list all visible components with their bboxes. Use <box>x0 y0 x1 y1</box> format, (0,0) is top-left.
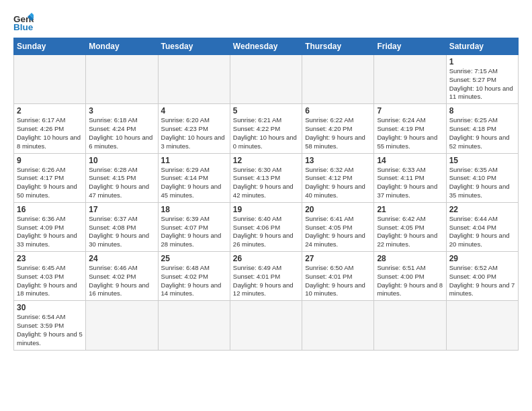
calendar-cell: 14Sunrise: 6:33 AM Sunset: 4:11 PM Dayli… <box>374 153 446 202</box>
day-info: Sunrise: 6:44 AM Sunset: 4:04 PM Dayligh… <box>449 215 515 249</box>
calendar-cell: 23Sunrise: 6:45 AM Sunset: 4:03 PM Dayli… <box>14 252 86 301</box>
day-number: 11 <box>161 156 227 165</box>
calendar-week-row: 9Sunrise: 6:26 AM Sunset: 4:17 PM Daylig… <box>14 153 519 202</box>
day-info: Sunrise: 6:20 AM Sunset: 4:23 PM Dayligh… <box>161 116 227 150</box>
calendar-week-row: 30Sunrise: 6:54 AM Sunset: 3:59 PM Dayli… <box>14 301 519 350</box>
calendar-cell: 20Sunrise: 6:41 AM Sunset: 4:05 PM Dayli… <box>302 202 374 251</box>
calendar-header-row: SundayMondayTuesdayWednesdayThursdayFrid… <box>14 38 519 55</box>
day-number: 15 <box>449 156 515 165</box>
day-info: Sunrise: 6:35 AM Sunset: 4:10 PM Dayligh… <box>449 166 515 200</box>
col-header-thursday: Thursday <box>302 38 374 55</box>
calendar-cell: 30Sunrise: 6:54 AM Sunset: 3:59 PM Dayli… <box>14 301 86 350</box>
day-info: Sunrise: 6:30 AM Sunset: 4:13 PM Dayligh… <box>233 166 299 200</box>
day-info: Sunrise: 6:37 AM Sunset: 4:08 PM Dayligh… <box>89 215 154 249</box>
day-info: Sunrise: 6:29 AM Sunset: 4:14 PM Dayligh… <box>161 166 227 200</box>
calendar-week-row: 2Sunrise: 6:17 AM Sunset: 4:26 PM Daylig… <box>14 104 519 153</box>
calendar-cell <box>446 301 518 350</box>
day-number: 26 <box>233 254 299 263</box>
calendar-cell: 5Sunrise: 6:21 AM Sunset: 4:22 PM Daylig… <box>230 104 302 153</box>
day-number: 24 <box>89 254 154 263</box>
day-number: 23 <box>17 254 83 263</box>
calendar-cell <box>86 55 158 104</box>
day-info: Sunrise: 6:33 AM Sunset: 4:11 PM Dayligh… <box>377 166 443 200</box>
day-number: 7 <box>377 106 443 116</box>
day-info: Sunrise: 6:28 AM Sunset: 4:15 PM Dayligh… <box>89 166 154 200</box>
calendar-cell: 15Sunrise: 6:35 AM Sunset: 4:10 PM Dayli… <box>446 153 518 202</box>
calendar-cell: 21Sunrise: 6:42 AM Sunset: 4:05 PM Dayli… <box>374 202 446 251</box>
calendar-cell: 29Sunrise: 6:52 AM Sunset: 4:00 PM Dayli… <box>446 252 518 301</box>
col-header-sunday: Sunday <box>14 38 86 55</box>
day-number: 4 <box>161 106 227 116</box>
day-number: 25 <box>161 254 227 263</box>
day-number: 5 <box>233 106 299 116</box>
calendar-cell <box>374 301 446 350</box>
day-info: Sunrise: 6:36 AM Sunset: 4:09 PM Dayligh… <box>17 215 83 249</box>
calendar-cell: 9Sunrise: 6:26 AM Sunset: 4:17 PM Daylig… <box>14 153 86 202</box>
calendar-cell: 24Sunrise: 6:46 AM Sunset: 4:02 PM Dayli… <box>86 252 158 301</box>
calendar-cell <box>86 301 158 350</box>
day-info: Sunrise: 6:22 AM Sunset: 4:20 PM Dayligh… <box>305 116 371 150</box>
day-number: 17 <box>89 205 154 214</box>
calendar-cell <box>302 301 374 350</box>
day-info: Sunrise: 6:52 AM Sunset: 4:00 PM Dayligh… <box>449 264 515 298</box>
calendar-cell <box>374 55 446 104</box>
calendar-cell: 2Sunrise: 6:17 AM Sunset: 4:26 PM Daylig… <box>14 104 86 153</box>
col-header-wednesday: Wednesday <box>230 38 302 55</box>
calendar-cell: 12Sunrise: 6:30 AM Sunset: 4:13 PM Dayli… <box>230 153 302 202</box>
calendar-cell: 18Sunrise: 6:39 AM Sunset: 4:07 PM Dayli… <box>158 202 230 251</box>
day-info: Sunrise: 6:50 AM Sunset: 4:01 PM Dayligh… <box>305 264 371 298</box>
calendar-cell: 4Sunrise: 6:20 AM Sunset: 4:23 PM Daylig… <box>158 104 230 153</box>
day-number: 12 <box>233 156 299 165</box>
calendar-cell: 3Sunrise: 6:18 AM Sunset: 4:24 PM Daylig… <box>86 104 158 153</box>
calendar-cell: 27Sunrise: 6:50 AM Sunset: 4:01 PM Dayli… <box>302 252 374 301</box>
col-header-friday: Friday <box>374 38 446 55</box>
logo: General Blue <box>13 11 36 31</box>
day-number: 29 <box>449 254 515 263</box>
calendar-cell: 25Sunrise: 6:48 AM Sunset: 4:02 PM Dayli… <box>158 252 230 301</box>
day-info: Sunrise: 6:46 AM Sunset: 4:02 PM Dayligh… <box>89 264 154 298</box>
day-number: 18 <box>161 205 227 214</box>
calendar-week-row: 1Sunrise: 7:15 AM Sunset: 5:27 PM Daylig… <box>14 55 519 104</box>
calendar-cell: 17Sunrise: 6:37 AM Sunset: 4:08 PM Dayli… <box>86 202 158 251</box>
day-number: 30 <box>17 303 83 312</box>
day-number: 14 <box>377 156 443 165</box>
day-number: 10 <box>89 156 154 165</box>
day-number: 2 <box>17 106 83 116</box>
day-number: 21 <box>377 205 443 214</box>
calendar-cell: 19Sunrise: 6:40 AM Sunset: 4:06 PM Dayli… <box>230 202 302 251</box>
day-info: Sunrise: 6:54 AM Sunset: 3:59 PM Dayligh… <box>17 313 83 347</box>
calendar-cell: 10Sunrise: 6:28 AM Sunset: 4:15 PM Dayli… <box>86 153 158 202</box>
day-number: 27 <box>305 254 371 263</box>
calendar-cell <box>230 55 302 104</box>
day-info: Sunrise: 6:48 AM Sunset: 4:02 PM Dayligh… <box>161 264 227 298</box>
calendar-cell <box>14 55 86 104</box>
calendar-cell: 11Sunrise: 6:29 AM Sunset: 4:14 PM Dayli… <box>158 153 230 202</box>
day-info: Sunrise: 6:49 AM Sunset: 4:01 PM Dayligh… <box>233 264 299 298</box>
calendar-cell: 1Sunrise: 7:15 AM Sunset: 5:27 PM Daylig… <box>446 55 518 104</box>
calendar-cell: 26Sunrise: 6:49 AM Sunset: 4:01 PM Dayli… <box>230 252 302 301</box>
calendar-cell: 16Sunrise: 6:36 AM Sunset: 4:09 PM Dayli… <box>14 202 86 251</box>
day-info: Sunrise: 6:39 AM Sunset: 4:07 PM Dayligh… <box>161 215 227 249</box>
calendar-week-row: 23Sunrise: 6:45 AM Sunset: 4:03 PM Dayli… <box>14 252 519 301</box>
calendar-cell <box>302 55 374 104</box>
col-header-tuesday: Tuesday <box>158 38 230 55</box>
day-number: 8 <box>449 106 515 116</box>
day-info: Sunrise: 6:40 AM Sunset: 4:06 PM Dayligh… <box>233 215 299 249</box>
calendar-cell <box>158 55 230 104</box>
day-info: Sunrise: 6:42 AM Sunset: 4:05 PM Dayligh… <box>377 215 443 249</box>
day-number: 16 <box>17 205 83 214</box>
day-number: 1 <box>449 57 515 66</box>
calendar: SundayMondayTuesdayWednesdayThursdayFrid… <box>13 38 519 351</box>
day-number: 6 <box>305 106 371 116</box>
day-number: 3 <box>89 106 154 116</box>
calendar-cell: 13Sunrise: 6:32 AM Sunset: 4:12 PM Dayli… <box>302 153 374 202</box>
col-header-saturday: Saturday <box>446 38 518 55</box>
page: General Blue SundayMondayTuesdayWednesda… <box>0 0 532 411</box>
day-number: 22 <box>449 205 515 214</box>
calendar-cell: 8Sunrise: 6:25 AM Sunset: 4:18 PM Daylig… <box>446 104 518 153</box>
day-number: 13 <box>305 156 371 165</box>
day-info: Sunrise: 6:51 AM Sunset: 4:00 PM Dayligh… <box>377 264 443 298</box>
day-info: Sunrise: 6:21 AM Sunset: 4:22 PM Dayligh… <box>233 116 299 150</box>
logo-icon: General Blue <box>13 11 34 31</box>
col-header-monday: Monday <box>86 38 158 55</box>
